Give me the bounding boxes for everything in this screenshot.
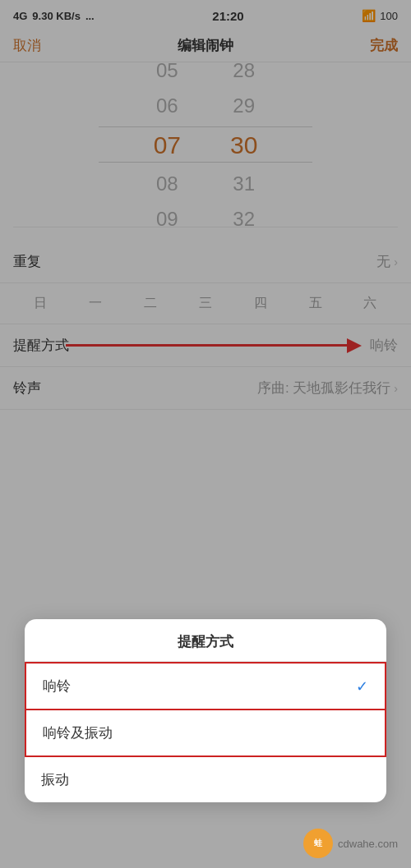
- modal-option-vibrate-label: 振动: [41, 770, 69, 789]
- modal-option-ring-vibrate[interactable]: 响铃及振动: [25, 710, 386, 757]
- watermark-logo: 蛙: [303, 829, 333, 858]
- modal-option-vibrate[interactable]: 振动: [25, 757, 386, 802]
- modal-option-ring[interactable]: 响铃 ✓: [25, 662, 386, 710]
- modal-overlay: 提醒方式 响铃 ✓ 响铃及振动 振动: [0, 0, 411, 868]
- modal-title: 提醒方式: [25, 619, 386, 662]
- check-icon: ✓: [356, 677, 368, 696]
- watermark: 蛙 cdwahe.com: [303, 829, 398, 858]
- modal-option-ring-label: 响铃: [43, 677, 71, 696]
- modal-sheet: 提醒方式 响铃 ✓ 响铃及振动 振动: [25, 619, 386, 802]
- watermark-site: cdwahe.com: [338, 838, 398, 850]
- modal-option-ring-vibrate-label: 响铃及振动: [43, 723, 113, 742]
